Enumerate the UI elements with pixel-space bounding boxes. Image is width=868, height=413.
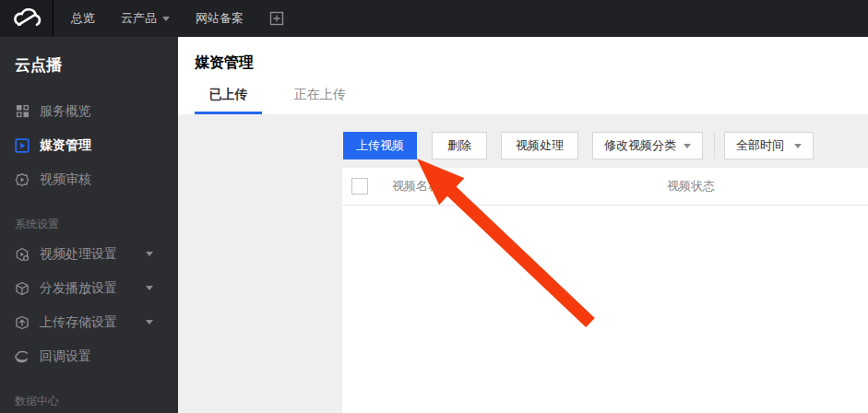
media-play-icon [15, 138, 30, 153]
table-header-row: 视频名称/ID 视频状态 [342, 168, 868, 206]
sidebar-item-video-review[interactable]: 视频审核 [0, 162, 178, 196]
sidebar: 云点播 服务概览 媒资管理 [0, 37, 178, 413]
caret-down-icon [162, 17, 170, 21]
sidebar-product-title: 云点播 [0, 37, 178, 73]
sidebar-section-data-center: 数据中心 [0, 394, 178, 407]
topnav-item-website-record[interactable]: 网站备案 [196, 10, 244, 27]
grid-icon [15, 104, 30, 119]
sidebar-item-callback-settings[interactable]: 回调设置 [0, 339, 178, 373]
sidebar-menu: 服务概览 媒资管理 视频审核 [0, 94, 178, 196]
add-nav-shortcut-button[interactable] [269, 11, 284, 26]
select-all-checkbox[interactable] [351, 178, 368, 195]
upload-storage-icon [15, 315, 30, 330]
distribute-play-icon [15, 281, 30, 296]
sidebar-item-distribute-play-settings[interactable]: 分发播放设置 [0, 271, 178, 305]
caret-down-icon [146, 320, 153, 324]
tab-uploaded[interactable]: 已上传 [195, 87, 262, 114]
modify-category-label: 修改视频分类 [604, 137, 676, 154]
topnav-item-cloud-products[interactable]: 云产品 [121, 10, 170, 27]
page-header: 媒资管理 已上传 正在上传 [178, 37, 868, 114]
tab-bar: 已上传 正在上传 [195, 87, 378, 114]
topbar: 总览 云产品 网站备案 [0, 0, 868, 37]
plus-square-icon [269, 11, 284, 26]
caret-down-icon [146, 252, 153, 256]
sidebar-item-label: 视频审核 [40, 171, 91, 188]
table-body-empty [342, 206, 868, 413]
time-filter-value: 全部时间 [736, 137, 784, 154]
sidebar-item-media-management[interactable]: 媒资管理 [0, 128, 178, 162]
video-process-icon [15, 247, 30, 262]
upload-video-button[interactable]: 上传视频 [343, 132, 417, 159]
sidebar-item-label: 媒资管理 [40, 137, 91, 154]
column-header-video-status: 视频状态 [667, 178, 715, 195]
caret-down-icon [684, 144, 691, 148]
toolbar: 上传视频 删除 视频处理 修改视频分类 全部时间 [343, 132, 814, 159]
page-title: 媒资管理 [178, 37, 868, 73]
modify-category-dropdown[interactable]: 修改视频分类 [592, 132, 703, 159]
tencent-cloud-logo-icon [11, 6, 42, 30]
sidebar-item-upload-storage-settings[interactable]: 上传存储设置 [0, 305, 178, 339]
sidebar-item-service-overview[interactable]: 服务概览 [0, 94, 178, 128]
topnav-overview-label: 总览 [71, 10, 95, 27]
topnav-cloud-products-label: 云产品 [121, 10, 157, 27]
topnav-item-overview[interactable]: 总览 [71, 10, 95, 27]
sidebar-item-label: 上传存储设置 [40, 314, 117, 331]
caret-down-icon [146, 286, 153, 290]
toolbar-divider [714, 133, 715, 159]
sidebar-item-label: 视频处理设置 [40, 246, 117, 263]
column-header-video-name: 视频名称/ID [392, 178, 456, 195]
sidebar-item-label: 回调设置 [40, 348, 91, 365]
tab-uploading[interactable]: 正在上传 [286, 87, 354, 114]
video-process-button[interactable]: 视频处理 [501, 132, 578, 159]
sidebar-item-label: 分发播放设置 [40, 280, 117, 297]
delete-button[interactable]: 删除 [432, 132, 487, 159]
video-review-icon [15, 172, 30, 187]
time-filter-select[interactable]: 全部时间 [724, 132, 814, 159]
sidebar-section-system-settings: 系统设置 [0, 217, 178, 230]
sidebar-item-video-process-settings[interactable]: 视频处理设置 [0, 237, 178, 271]
sidebar-item-label: 服务概览 [40, 103, 91, 120]
caret-down-icon [794, 144, 802, 148]
topnav: 总览 云产品 网站备案 [71, 0, 284, 37]
tencent-cloud-logo[interactable] [0, 0, 54, 37]
topnav-website-record-label: 网站备案 [196, 10, 244, 27]
callback-icon [15, 349, 30, 364]
media-table: 视频名称/ID 视频状态 [342, 168, 868, 413]
